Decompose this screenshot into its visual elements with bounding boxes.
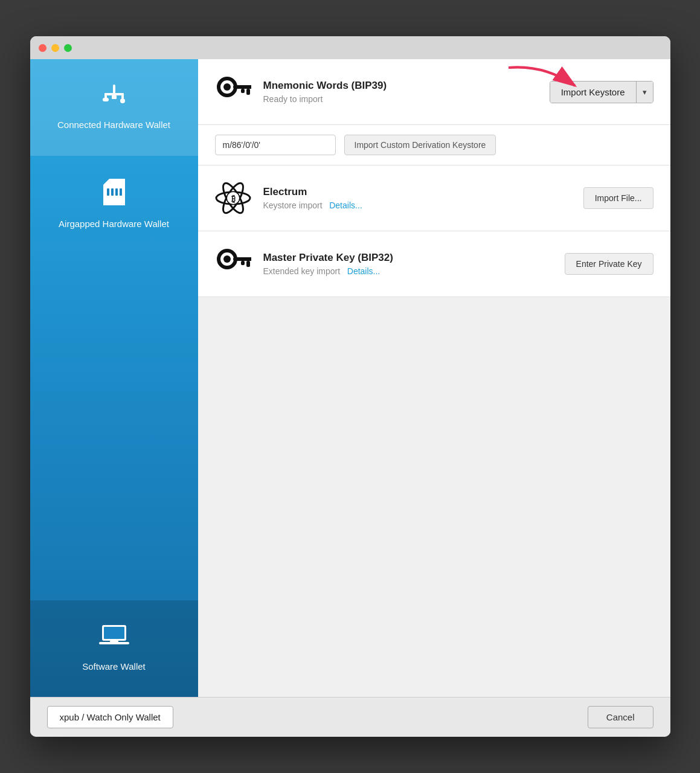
sd-card-icon — [103, 179, 125, 211]
mnemonic-option-row: Mnemonic Words (BIP39) Ready to import — [198, 59, 670, 125]
master-private-key-subtitle: Extended key import Details... — [263, 266, 393, 276]
content-spacer — [198, 297, 670, 697]
sidebar-item-software-wallet-label: Software Wallet — [82, 661, 145, 673]
electrum-option-row: ₿ Electrum Keystore import Details... Im… — [198, 165, 670, 231]
main-window: Connected Hardware Wallet — [30, 36, 670, 737]
svg-rect-28 — [233, 257, 251, 261]
key-icon — [215, 74, 251, 110]
derivation-path-input[interactable] — [215, 135, 336, 155]
svg-rect-9 — [115, 188, 118, 196]
svg-rect-17 — [233, 85, 251, 89]
mnemonic-subtitle: Ready to import — [263, 94, 387, 104]
master-private-key-option-left: Master Private Key (BIP32) Extended key … — [215, 246, 393, 282]
electrum-import-file-button[interactable]: Import File... — [583, 187, 653, 209]
import-keystore-button-group: Import Keystore ▾ — [550, 81, 653, 103]
electrum-subtitle-text: Keystore import — [263, 200, 323, 210]
svg-rect-10 — [120, 188, 122, 196]
titlebar — [30, 36, 670, 59]
electrum-subtitle: Keystore import Details... — [263, 200, 362, 210]
mnemonic-option-text: Mnemonic Words (BIP39) Ready to import — [263, 80, 387, 104]
svg-rect-14 — [110, 641, 118, 643]
electrum-icon: ₿ — [215, 180, 251, 216]
minimize-button[interactable] — [51, 44, 59, 52]
svg-rect-1 — [104, 93, 124, 95]
import-keystore-area: Import Keystore ▾ — [550, 81, 653, 103]
svg-rect-12 — [104, 627, 124, 639]
svg-point-27 — [223, 255, 231, 263]
master-private-key-option-text: Master Private Key (BIP32) Extended key … — [263, 252, 393, 276]
svg-rect-30 — [241, 261, 245, 265]
sidebar-item-airgapped-hardware-wallet-label: Airgapped Hardware Wallet — [59, 218, 169, 230]
svg-point-5 — [120, 98, 125, 103]
svg-rect-7 — [107, 188, 109, 196]
mnemonic-option-left: Mnemonic Words (BIP39) Ready to import — [215, 74, 387, 110]
sidebar-item-connected-hardware-wallet-label: Connected Hardware Wallet — [57, 119, 170, 131]
usb-icon — [100, 85, 129, 112]
sidebar-item-connected-hardware-wallet[interactable]: Connected Hardware Wallet — [30, 59, 198, 156]
svg-rect-8 — [111, 188, 114, 196]
enter-private-key-button[interactable]: Enter Private Key — [565, 253, 653, 275]
master-private-key-option-row: Master Private Key (BIP32) Extended key … — [198, 231, 670, 297]
electrum-title: Electrum — [263, 186, 362, 198]
svg-rect-29 — [246, 261, 250, 267]
svg-text:₿: ₿ — [231, 194, 235, 204]
master-private-key-details-link[interactable]: Details... — [347, 266, 380, 276]
import-custom-derivation-button[interactable]: Import Custom Derivation Keystore — [344, 135, 496, 155]
content-panel: Mnemonic Words (BIP39) Ready to import — [198, 59, 670, 697]
master-private-key-title: Master Private Key (BIP32) — [263, 252, 393, 264]
svg-rect-6 — [112, 95, 117, 99]
master-private-key-subtitle-text: Extended key import — [263, 266, 341, 276]
xpub-watch-only-wallet-button[interactable]: xpub / Watch Only Wallet — [47, 706, 173, 728]
close-button[interactable] — [39, 44, 47, 52]
electrum-details-link[interactable]: Details... — [329, 200, 362, 210]
svg-point-16 — [223, 83, 231, 91]
svg-rect-18 — [246, 89, 250, 95]
main-content: Connected Hardware Wallet — [30, 59, 670, 697]
sidebar-item-airgapped-hardware-wallet[interactable]: Airgapped Hardware Wallet — [30, 156, 198, 252]
footer: xpub / Watch Only Wallet Cancel — [30, 697, 670, 737]
master-key-icon — [215, 246, 251, 282]
svg-rect-19 — [241, 89, 245, 93]
laptop-icon — [99, 625, 129, 653]
electrum-option-left: ₿ Electrum Keystore import Details... — [215, 180, 362, 216]
cancel-button[interactable]: Cancel — [588, 706, 653, 728]
svg-rect-3 — [121, 93, 124, 99]
electrum-option-text: Electrum Keystore import Details... — [263, 186, 362, 210]
sidebar-item-software-wallet[interactable]: Software Wallet — [30, 600, 198, 697]
maximize-button[interactable] — [64, 44, 72, 52]
derivation-row: Import Custom Derivation Keystore — [198, 125, 670, 165]
svg-rect-4 — [103, 98, 109, 101]
mnemonic-title: Mnemonic Words (BIP39) — [263, 80, 387, 92]
sidebar: Connected Hardware Wallet — [30, 59, 198, 697]
import-keystore-main-button[interactable]: Import Keystore — [550, 82, 637, 103]
import-keystore-dropdown-button[interactable]: ▾ — [637, 82, 653, 103]
